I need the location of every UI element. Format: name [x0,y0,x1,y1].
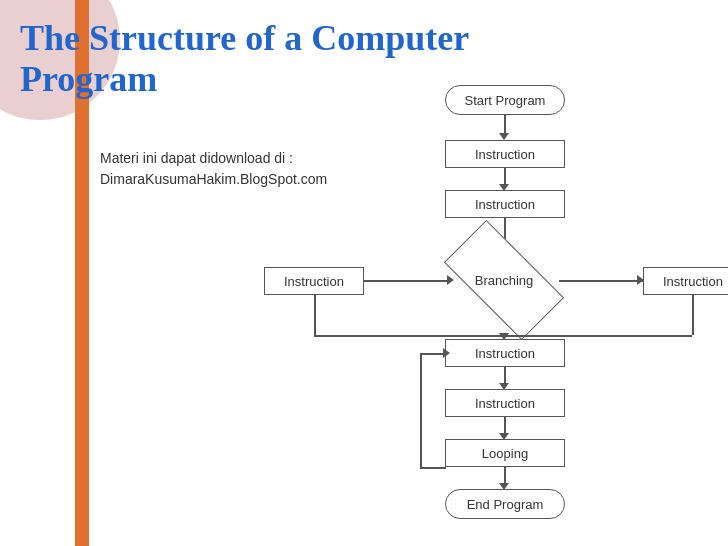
looping-label: Looping [482,446,528,461]
start-box: Start Program [445,85,565,115]
subtitle-line2: DimaraKusumaHakim.BlogSpot.com [100,169,327,190]
branching-wrap: Branching [449,247,559,313]
instruction-right-label: Instruction [663,274,723,289]
arrow1 [504,115,506,135]
arrow-merge-h [504,335,692,337]
loop-arrowhead [443,348,450,358]
instruction-left-box: Instruction [264,267,364,295]
subtitle: Materi ini dapat didownload di : DimaraK… [100,148,327,190]
flowchart: Start Program Instruction Instruction Br… [340,85,700,545]
instruction1-box: Instruction [445,140,565,168]
instruction1-label: Instruction [475,147,535,162]
arrow-right-down [692,295,694,335]
arrow-left-merge [314,335,505,337]
end-label: End Program [467,497,544,512]
arrow-left-h [364,280,450,282]
start-label: Start Program [465,93,546,108]
page-content: The Structure of a Computer Program Mate… [0,0,728,546]
title-line2: Program [20,59,157,99]
instruction4-label: Instruction [475,396,535,411]
loop-bottom [420,467,446,469]
subtitle-line1: Materi ini dapat didownload di : [100,148,327,169]
arrowhead1 [499,133,509,140]
instruction4-box: Instruction [445,389,565,417]
looping-box: Looping [445,439,565,467]
loop-up [420,353,422,467]
instruction-left-label: Instruction [284,274,344,289]
instruction3-box: Instruction [445,339,565,367]
arrowhead-left [447,275,454,285]
end-box: End Program [445,489,565,519]
instruction-right-box: Instruction [643,267,728,295]
instruction3-label: Instruction [475,346,535,361]
instruction2-label: Instruction [475,197,535,212]
title-line1: The Structure of a Computer [20,18,469,58]
branching-label: Branching [475,273,534,288]
arrow-left-down [314,295,316,335]
arrow-right-h [559,280,643,282]
instruction2-box: Instruction [445,190,565,218]
